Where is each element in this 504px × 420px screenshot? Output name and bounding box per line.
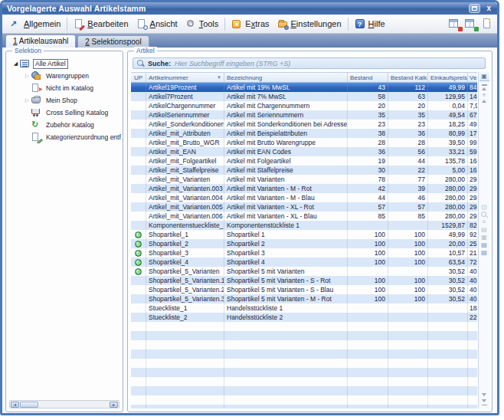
table-row[interactable]: ArtikelSeriennummerArtikel mit Seriennum… [131, 110, 477, 120]
menu-ansicht[interactable]: Ansicht [133, 18, 182, 31]
table-row[interactable]: Artikel19ProzentArtikel mit 19% MwSt.431… [131, 83, 477, 92]
menu-einstellungen[interactable]: Einstellungen [273, 18, 345, 31]
table-row[interactable]: Shopartikel_5_Varianten.1Shopartikel 5 m… [131, 276, 477, 285]
cell-bestand: 23 [348, 120, 388, 129]
strip-window-icon[interactable]: ▦ [481, 234, 487, 241]
table-row[interactable]: Artikel_mit_StaffelpreiseArtikel mit Sta… [131, 166, 477, 175]
hscroll-thumb[interactable] [20, 402, 38, 408]
table-row[interactable]: ↻Shopartikel_4Shopartikel 410010063,5472… [131, 258, 477, 267]
menu-tools[interactable]: Tools [182, 18, 223, 31]
table-row[interactable]: Artikel_mit_Varianten.003Artikel mit Var… [131, 184, 477, 193]
menu-extras[interactable]: Extras [227, 18, 273, 31]
tree-item-zubehoer-katalog[interactable]: ↻ Zubehör Katalog [8, 119, 121, 131]
column-header-bezeichnung[interactable]: Bezeichnung [224, 73, 348, 82]
table-row[interactable]: ↻Shopartikel_2Shopartikel 210010020,0025… [131, 239, 477, 248]
table-row[interactable]: Artikel_mit_Varianten.005Artikel mit Var… [131, 202, 477, 212]
cell-bestand-kalk: 57 [388, 202, 428, 212]
search-bar[interactable]: Suche: Hier Suchbegriff eingeben (STRG +… [133, 57, 486, 69]
scroll-left-button[interactable]: ◂ [11, 402, 19, 408]
tree-item-mein-shop[interactable]: ▷ Mein Shop [8, 94, 121, 107]
menu-hilfe[interactable]: ?Hilfe [351, 18, 389, 31]
tab-selektionspool[interactable]: 2 Selektionspool [77, 35, 149, 48]
tree-item-nicht-im-katalog[interactable]: ➤ Nicht im Katalog [8, 82, 121, 94]
grid-add-button[interactable] [465, 18, 477, 30]
cell-artikelnummer: Shopartikel_4 [146, 258, 224, 267]
table-row[interactable]: Artikel_mit_FolgeartikelArtikel mit Folg… [131, 156, 477, 166]
table-row[interactable]: Shopartikel_5_Varianten.3Shopartikel 5 m… [131, 294, 477, 304]
table-row[interactable]: Artikel_SonderkonditionenArtikel mit Son… [131, 120, 477, 129]
expander-expanded-icon[interactable]: ◢ [11, 61, 20, 67]
scroll-right-button[interactable]: ▸ [110, 402, 118, 408]
expander-collapsed-icon[interactable]: ▷ [23, 97, 31, 103]
table-row[interactable]: ArtikelChargennummerArtikel mit Chargenn… [131, 101, 477, 110]
scroll-top-arrow-icon[interactable] [482, 87, 486, 90]
scroll-bottom-arrow-icon[interactable] [482, 399, 486, 402]
tree-item-kategorienzuordnung-entfernen[interactable]: Kategorienzuordnung entfernen [8, 131, 121, 143]
cell-artikelnummer: Artikel19Prozent [146, 83, 224, 92]
strip-lines-icon[interactable]: ≡ [483, 218, 486, 226]
strip-size-icon[interactable]: (|) [481, 203, 486, 211]
table-row[interactable]: Artikel_mit_VariantenArtikel mit Variant… [131, 175, 477, 184]
cell-bezeichnung: Shopartikel 4 [224, 258, 348, 267]
strip-list-blue-icon[interactable]: ▤ [481, 241, 487, 249]
column-header-artikelnummer[interactable]: Artikelnummer▼ [146, 73, 224, 82]
tree-item-warengruppen[interactable]: ▷ Warengruppen [8, 70, 121, 82]
scroll-up-icon[interactable] [482, 100, 486, 103]
restore-button[interactable] [469, 4, 480, 13]
strip-grid-icon[interactable]: ▤ [481, 226, 487, 234]
cell-bestand: 35 [348, 110, 388, 120]
column-header-up[interactable]: UP [131, 73, 146, 82]
table-row[interactable]: Artikel7ProzentArtikel mit 7% MwSt.58631… [131, 92, 477, 101]
cell-verkaufspreis: 84, [468, 83, 477, 92]
cell-artikelnummer: Artikel_Sonderkonditionen [146, 120, 224, 129]
empty-cell [388, 349, 428, 359]
scroll-bottom-icon[interactable] [482, 405, 487, 406]
grid-remove-button[interactable] [449, 18, 461, 30]
column-header-bestand[interactable]: Bestand [348, 73, 388, 82]
tab-artikelauswahl[interactable]: 1 Artikelauswahl [5, 34, 76, 48]
table-row[interactable]: Artikel_mit_Brutto_WGRArtikel mit Brutto… [131, 138, 477, 147]
new-page-button[interactable] [481, 18, 493, 30]
empty-row [131, 405, 477, 409]
strip-list-blue-icon[interactable]: ▤ [481, 249, 487, 257]
table-row[interactable]: Artikel_mit_AttributenArtikel mit Beispi… [131, 129, 477, 138]
cell-verkaufspreis: 16, [468, 166, 477, 175]
table-row[interactable]: ↻Shopartikel_5_VariantenShopartikel 5 mi… [131, 267, 477, 276]
scroll-plus-icon[interactable]: + [482, 92, 486, 98]
column-header-bestand-kalk[interactable]: Bestand Kalk. [388, 73, 428, 82]
table-row[interactable]: ↻Shopartikel_1Shopartikel 110010049,9992… [131, 230, 477, 239]
cell-bestand-kalk [388, 304, 428, 313]
menu-allgemein[interactable]: ↗Allgemein [6, 18, 64, 31]
table-row[interactable]: Komponentenstueckliste_1Komponentenstück… [131, 221, 477, 230]
table-row[interactable]: Stueckliste_1Handelsstückliste 1184 [131, 304, 477, 313]
scroll-top-icon[interactable] [482, 84, 487, 86]
cell-artikelnummer: ArtikelSeriennummer [146, 110, 224, 120]
cell-verkaufspreis: 25, [468, 239, 477, 248]
cell-bestand: 100 [348, 294, 388, 304]
cell-bestand-kalk: 22 [388, 166, 428, 175]
toolbar-separator [224, 18, 225, 31]
close-button[interactable]: x [485, 4, 493, 13]
cell-bestand-kalk [388, 221, 428, 230]
tree-item-cross-selling-katalog[interactable]: Cross Selling Katalog [8, 107, 121, 119]
table-row[interactable]: Artikel_mit_EANArtikel mit EAN Codes3656… [131, 147, 477, 156]
table-row[interactable]: Stueckliste_2Handelsstückliste 2229 [131, 313, 477, 322]
restore-icon [472, 6, 477, 11]
search-input-placeholder[interactable]: Hier Suchbegriff eingeben (STRG +S) [175, 60, 290, 67]
column-header-verkaufspreis[interactable]: Ve [468, 73, 477, 82]
column-chooser-icon[interactable]: ▣ [479, 72, 489, 81]
table-row[interactable]: Shopartikel_5_Varianten.2Shopartikel 5 m… [131, 285, 477, 294]
table-row[interactable]: ↻Shopartikel_3Shopartikel 310010010,5721… [131, 248, 477, 258]
column-header-einkaufspreis[interactable]: Einkaufspreis [428, 73, 468, 82]
strip-search-icon[interactable] [481, 212, 487, 218]
cell-artikelnummer: Artikel_mit_Varianten.006 [146, 212, 224, 221]
menu-bearbeiten[interactable]: Bearbeiten [70, 18, 132, 31]
scroll-down-icon[interactable] [482, 393, 486, 396]
tree-item-alle-artikel[interactable]: ◢ Alle Artikel [8, 57, 121, 70]
table-row[interactable]: Artikel_mit_Varianten.006Artikel mit Var… [131, 212, 477, 221]
article-grid: UP Artikelnummer▼ Bezeichnung Bestand Be… [131, 72, 477, 409]
sidebar-hscrollbar[interactable]: ◂ ▸ [9, 400, 119, 409]
table-row[interactable]: Artikel_mit_Varianten.004Artikel mit Var… [131, 193, 477, 202]
cell-bestand-kalk: 100 [388, 248, 428, 258]
expander-collapsed-icon[interactable]: ▷ [23, 73, 31, 79]
